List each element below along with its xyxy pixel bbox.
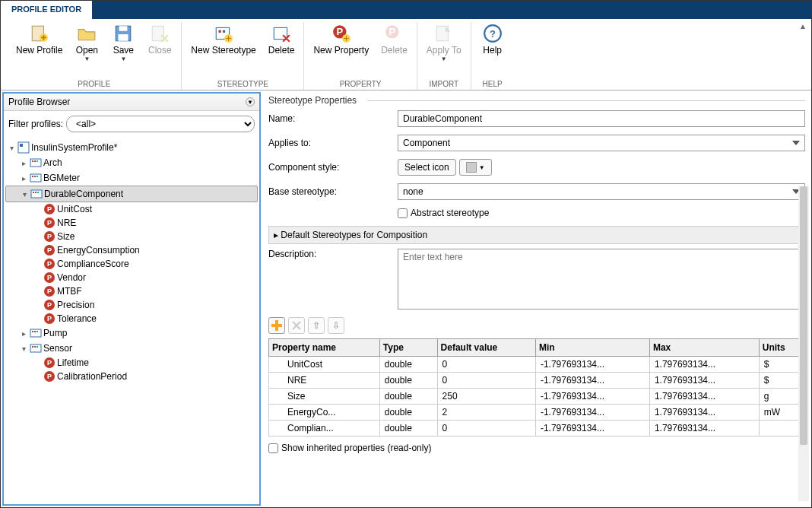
show-inherited-label: Show inherited properties (read-only): [281, 443, 431, 453]
tree-prop-size[interactable]: PSize: [5, 230, 258, 243]
column-header[interactable]: Max: [649, 339, 759, 357]
svg-rect-22: [32, 160, 33, 162]
ribbon-group-import: IMPORT: [429, 78, 458, 90]
tree-prop-compliancescore[interactable]: PComplianceScore: [5, 257, 258, 271]
svg-rect-29: [31, 190, 42, 198]
new-property-icon: P: [331, 24, 351, 43]
ribbon-collapse-icon[interactable]: ▲: [799, 22, 807, 30]
column-header[interactable]: Min: [535, 339, 649, 357]
base-label: Base stereotype:: [268, 186, 398, 197]
tree-prop-energyconsumption[interactable]: PEnergyConsumption: [5, 243, 258, 257]
composition-collapser[interactable]: ▸ Default Stereotypes for Composition: [268, 226, 805, 244]
ribbon-group-help: HELP: [483, 78, 503, 90]
color-picker-button[interactable]: ▼: [459, 159, 492, 176]
panel-menu-icon[interactable]: ▼: [246, 97, 255, 106]
table-row[interactable]: UnitCostdouble0-1.797693134...1.79769313…: [269, 357, 805, 373]
svg-rect-28: [36, 176, 38, 177]
svg-rect-4: [119, 34, 128, 41]
arrow-up-icon: ⇧: [312, 320, 320, 331]
svg-text:P: P: [389, 26, 396, 37]
svg-rect-23: [34, 160, 36, 162]
svg-rect-21: [30, 159, 41, 167]
ribbon-group-profile: PROFILE: [78, 78, 110, 90]
new-property-button[interactable]: PNew Property: [309, 22, 373, 57]
tree-prop-calibrationperiod[interactable]: PCalibrationPeriod: [5, 370, 258, 383]
close-icon: [150, 24, 170, 43]
new-profile-button[interactable]: New Profile: [11, 22, 67, 64]
tree-arch[interactable]: ▸Arch: [5, 155, 258, 170]
tree-prop-vendor[interactable]: PVendor: [5, 271, 258, 284]
svg-rect-37: [30, 344, 41, 352]
ribbon: New Profile Open▼ Save▼ Close PROFILE Ne…: [1, 19, 811, 90]
save-button[interactable]: Save▼: [106, 22, 140, 64]
svg-rect-33: [30, 329, 41, 337]
table-row[interactable]: Sizedouble250-1.797693134...1.797693134.…: [269, 389, 805, 405]
svg-rect-24: [36, 160, 38, 162]
plus-icon: [271, 320, 282, 331]
open-button[interactable]: Open▼: [70, 22, 103, 64]
svg-rect-39: [34, 346, 36, 348]
move-down-button[interactable]: ⇩: [328, 317, 344, 334]
help-button[interactable]: ?Help: [476, 22, 509, 57]
column-header[interactable]: Default value: [437, 339, 535, 357]
tree-bgmeter[interactable]: ▸BGMeter: [5, 170, 258, 186]
delete-property-button: PDelete: [376, 22, 412, 57]
ribbon-group-stereotype: STEREOTYPE: [217, 78, 268, 90]
svg-rect-7: [219, 30, 221, 33]
tree-prop-precision[interactable]: PPrecision: [5, 298, 258, 312]
tree-root[interactable]: ▾InsulinSystemProfile*: [5, 140, 258, 155]
tree-durablecomponent[interactable]: ▾DurableComponent: [5, 186, 258, 202]
panel-scrollbar[interactable]: [798, 186, 809, 501]
open-icon: [77, 24, 97, 43]
name-label: Name:: [268, 113, 398, 124]
filter-select[interactable]: <all>: [66, 116, 255, 132]
svg-rect-38: [32, 346, 33, 348]
svg-rect-42: [275, 320, 278, 331]
table-row[interactable]: NREdouble0-1.797693134...1.797693134...$: [269, 373, 805, 389]
properties-table: Property nameTypeDefault valueMinMaxUnit…: [268, 338, 805, 437]
tree-prop-nre[interactable]: PNRE: [5, 216, 258, 230]
apply-to-button: Apply To▼: [422, 22, 466, 64]
table-row[interactable]: Complian...double0-1.797693134...1.79769…: [269, 421, 805, 437]
new-stereotype-button[interactable]: New Stereotype: [186, 22, 260, 57]
base-select[interactable]: none: [398, 183, 805, 200]
ribbon-group-property: PROPERTY: [340, 78, 382, 90]
tree-prop-unitcost[interactable]: PUnitCost: [5, 202, 258, 216]
save-icon: [113, 24, 133, 43]
column-header[interactable]: Property name: [269, 339, 380, 357]
style-label: Component style:: [268, 162, 398, 173]
x-icon: [292, 321, 301, 330]
tree-pump[interactable]: ▸Pump: [5, 325, 258, 341]
abstract-label: Abstract stereotype: [411, 208, 489, 218]
table-row[interactable]: EnergyCo...double2-1.797693134...1.79769…: [269, 405, 805, 421]
applies-label: Applies to:: [268, 138, 398, 148]
delete-stereotype-button[interactable]: Delete: [264, 22, 300, 57]
applies-select[interactable]: Component: [398, 135, 805, 151]
abstract-checkbox[interactable]: [398, 208, 408, 218]
tree-sensor[interactable]: ▾Sensor: [5, 341, 258, 356]
panel-title: Stereotype Properties: [268, 95, 805, 106]
svg-rect-34: [32, 331, 33, 332]
description-textarea[interactable]: [398, 249, 805, 310]
svg-rect-36: [36, 331, 38, 332]
add-row-button[interactable]: [268, 317, 285, 334]
profile-browser-title: Profile Browser: [8, 97, 70, 107]
delete-row-button[interactable]: [288, 317, 305, 334]
apply-icon: [434, 24, 454, 43]
tree-prop-mtbf[interactable]: PMTBF: [5, 284, 258, 298]
delete-stereotype-icon: [271, 24, 291, 43]
show-inherited-checkbox[interactable]: [268, 443, 278, 453]
new-profile-icon: [30, 24, 49, 43]
app-tab[interactable]: PROFILE EDITOR: [1, 1, 93, 19]
column-header[interactable]: Type: [379, 339, 437, 357]
move-up-button[interactable]: ⇧: [308, 317, 325, 334]
tree-prop-tolerance[interactable]: PTolerance: [5, 312, 258, 325]
help-icon: ?: [483, 24, 503, 43]
svg-rect-35: [34, 331, 36, 332]
svg-rect-32: [37, 192, 39, 193]
tree-prop-lifetime[interactable]: PLifetime: [5, 356, 258, 370]
svg-rect-20: [20, 144, 23, 147]
name-input[interactable]: [398, 110, 805, 127]
select-icon-button[interactable]: Select icon: [398, 159, 456, 176]
svg-rect-25: [30, 174, 41, 182]
